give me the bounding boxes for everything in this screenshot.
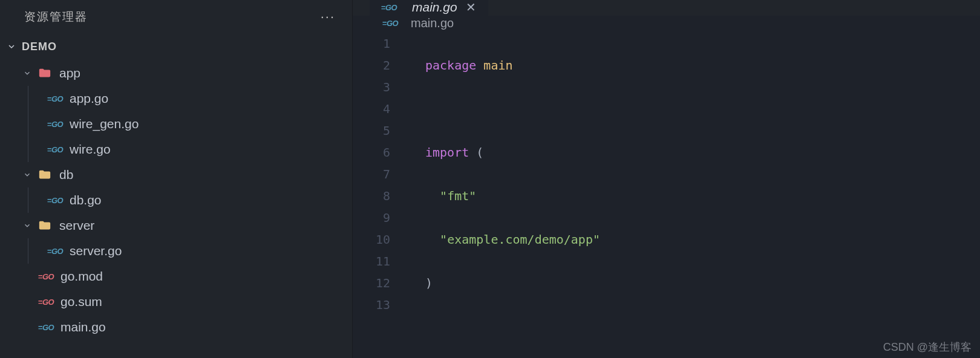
code-content[interactable]: package main import ( "fmt" "example.com… (413, 33, 980, 358)
folder-server[interactable]: server (0, 213, 352, 238)
go-file-icon: =GO (39, 320, 53, 334)
go-file-icon: =GO (48, 244, 62, 258)
chevron-down-icon (22, 169, 33, 180)
tab-main-go[interactable]: =GO main.go ✕ (370, 0, 488, 16)
file-go-mod[interactable]: =GO go.mod (0, 264, 352, 289)
line-gutter: 1 2 3 4 5 6 7 8 9 10 11 12 13 (353, 33, 413, 358)
folder-db[interactable]: db (0, 162, 352, 187)
line-number: 3 (353, 76, 390, 98)
chevron-down-icon (22, 220, 33, 231)
go-file-icon: =GO (48, 193, 62, 207)
project-name: DEMO (22, 41, 57, 53)
chevron-down-icon (22, 68, 33, 79)
go-file-icon: =GO (48, 91, 62, 106)
tok: ) (425, 276, 433, 290)
folder-icon (38, 66, 52, 80)
folder-icon (38, 168, 52, 182)
folder-app[interactable]: app (0, 60, 352, 86)
project-root[interactable]: DEMO (0, 34, 352, 59)
chevron-down-icon (6, 41, 17, 52)
file-tree: app =GO app.go =GO wire_gen.go =GO wire.… (0, 59, 352, 340)
editor-pane: =GO main.go ✕ =GO main.go 1 2 3 4 5 6 7 … (353, 0, 980, 358)
file-app-go[interactable]: =GO app.go (28, 86, 352, 111)
folder-label: server (59, 218, 94, 233)
explorer-sidebar: 资源管理器 ··· DEMO app =GO app.go =GO wire_g… (0, 0, 353, 358)
code-editor[interactable]: 1 2 3 4 5 6 7 8 9 10 11 12 13 package ma… (353, 30, 980, 358)
file-server-go[interactable]: =GO server.go (28, 238, 352, 264)
line-number: 4 (353, 98, 390, 120)
watermark: CSDN @逢生博客 (883, 340, 972, 354)
go-mod-icon: =GO (39, 269, 53, 284)
tok: import (425, 145, 469, 160)
tab-bar: =GO main.go ✕ (353, 0, 980, 16)
folder-label: app (59, 66, 80, 80)
line-number: 12 (353, 272, 390, 294)
go-file-icon: =GO (48, 142, 62, 157)
line-number: 13 (353, 294, 390, 316)
breadcrumb[interactable]: =GO main.go (353, 16, 980, 30)
line-number: 11 (353, 250, 390, 272)
explorer-title: 资源管理器 (24, 9, 88, 25)
close-icon[interactable]: ✕ (466, 0, 476, 15)
folder-icon (38, 218, 52, 233)
breadcrumb-file: main.go (411, 16, 454, 30)
tok: "example.com/demo/app" (440, 232, 600, 247)
file-label: go.sum (60, 295, 102, 309)
go-file-icon: =GO (382, 0, 396, 15)
file-go-sum[interactable]: =GO go.sum (0, 289, 352, 314)
go-file-icon: =GO (383, 16, 397, 30)
tok: main (483, 58, 512, 73)
file-main-go[interactable]: =GO main.go (0, 314, 352, 340)
file-label: server.go (70, 244, 122, 258)
file-label: go.mod (60, 269, 103, 284)
file-label: wire.go (70, 142, 111, 157)
line-number: 9 (353, 207, 390, 229)
tab-title: main.go (412, 0, 457, 15)
line-number: 10 (353, 229, 390, 250)
explorer-header: 资源管理器 ··· (0, 0, 352, 34)
line-number: 8 (353, 185, 390, 207)
line-number: 2 (353, 54, 390, 76)
line-number: 7 (353, 163, 390, 185)
file-label: wire_gen.go (70, 117, 139, 131)
folder-label: db (59, 168, 73, 182)
file-db-go[interactable]: =GO db.go (28, 187, 352, 213)
line-number: 5 (353, 120, 390, 142)
more-actions-icon[interactable]: ··· (321, 9, 335, 25)
line-number: 6 (353, 142, 390, 163)
file-label: db.go (70, 193, 102, 207)
file-wire-gen-go[interactable]: =GO wire_gen.go (28, 111, 352, 137)
line-number: 1 (353, 33, 390, 54)
file-label: app.go (70, 91, 108, 106)
file-wire-go[interactable]: =GO wire.go (28, 137, 352, 162)
go-file-icon: =GO (48, 117, 62, 131)
tok: package (425, 58, 476, 73)
file-label: main.go (60, 320, 106, 334)
go-sum-icon: =GO (39, 295, 53, 309)
tok: ( (476, 145, 483, 160)
tok: "fmt" (440, 189, 476, 203)
